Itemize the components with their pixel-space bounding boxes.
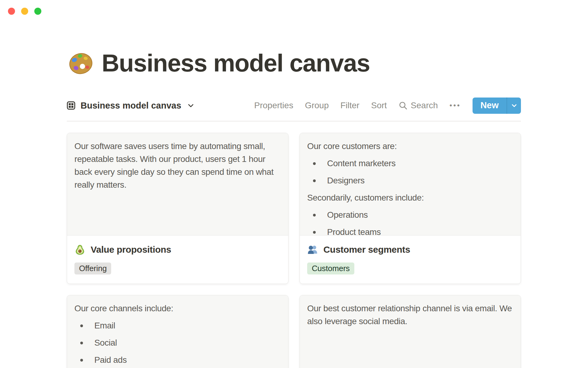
palette-icon — [68, 50, 94, 76]
card-preview: Our core customers are:Content marketers… — [300, 133, 521, 236]
card-title-row: Customer segments — [307, 244, 513, 255]
tag-customers[interactable]: Customers — [307, 263, 354, 274]
toolbar: Properties Group Filter Sort Search ••• … — [254, 98, 521, 114]
bullet-list-item: Designers — [307, 174, 516, 187]
minimize-window-button[interactable] — [21, 8, 28, 15]
bullet-list-item: Content marketers — [307, 157, 516, 170]
view-selector[interactable]: Business model canvas — [67, 101, 194, 111]
card-preview: Our core channels include:EmailSocialPai… — [67, 295, 288, 368]
new-button-group: New — [473, 98, 521, 114]
paragraph-text: Our core channels include: — [74, 302, 284, 315]
bullet-list-item: Social — [74, 336, 284, 349]
gallery-view: Our software saves users time by automat… — [67, 133, 521, 368]
card-customer-relationships[interactable]: Our best customer relationship channel i… — [300, 295, 521, 368]
card-title-row: Value propositions — [74, 244, 281, 255]
bullet-list-item: Email — [74, 319, 284, 332]
table-view-icon — [67, 101, 75, 110]
paragraph-text: Secondarily, customers include: — [307, 191, 516, 204]
bullet-list-item: Operations — [307, 209, 516, 221]
card-customer-segments[interactable]: Our core customers are:Content marketers… — [300, 133, 521, 284]
group-button[interactable]: Group — [305, 101, 329, 110]
filter-button[interactable]: Filter — [340, 101, 359, 110]
card-preview: Our software saves users time by automat… — [67, 133, 288, 236]
avocado-icon — [74, 244, 85, 255]
card-title: Customer segments — [323, 244, 410, 255]
card-footer: Value propositions Offering — [67, 236, 288, 274]
page-title: Business model canvas — [102, 49, 370, 77]
search-icon — [398, 101, 408, 110]
bullet-list-item: Product teams — [307, 226, 516, 236]
properties-button[interactable]: Properties — [254, 101, 293, 110]
bullet-list-item: Paid ads — [74, 354, 284, 366]
page-title-row: Business model canvas — [68, 49, 370, 77]
card-title: Value propositions — [91, 244, 171, 255]
sort-button[interactable]: Sort — [371, 101, 387, 110]
card-channels[interactable]: Our core channels include:EmailSocialPai… — [67, 295, 288, 368]
search-label: Search — [411, 101, 438, 110]
close-window-button[interactable] — [8, 8, 15, 15]
chevron-down-icon — [511, 102, 518, 109]
zoom-window-button[interactable] — [34, 8, 41, 15]
card-value-propositions[interactable]: Our software saves users time by automat… — [67, 133, 288, 284]
window-controls — [8, 8, 41, 15]
paragraph-text: Our software saves users time by automat… — [74, 140, 284, 191]
new-button[interactable]: New — [473, 98, 507, 114]
view-name: Business model canvas — [81, 101, 181, 111]
card-preview: Our best customer relationship channel i… — [300, 295, 521, 368]
paragraph-text: Our best customer relationship channel i… — [307, 302, 516, 328]
tag-offering[interactable]: Offering — [74, 263, 111, 274]
chevron-down-icon — [187, 102, 194, 109]
view-toolbar: Business model canvas Properties Group F… — [67, 97, 521, 114]
paragraph-text: Our core customers are: — [307, 140, 516, 153]
card-footer: Customer segments Customers — [300, 236, 521, 274]
more-options-button[interactable]: ••• — [450, 101, 461, 110]
search-button[interactable]: Search — [398, 101, 438, 110]
new-dropdown-button[interactable] — [507, 98, 521, 114]
toolbar-divider — [67, 121, 521, 121]
busts-in-silhouette-icon — [307, 244, 318, 255]
